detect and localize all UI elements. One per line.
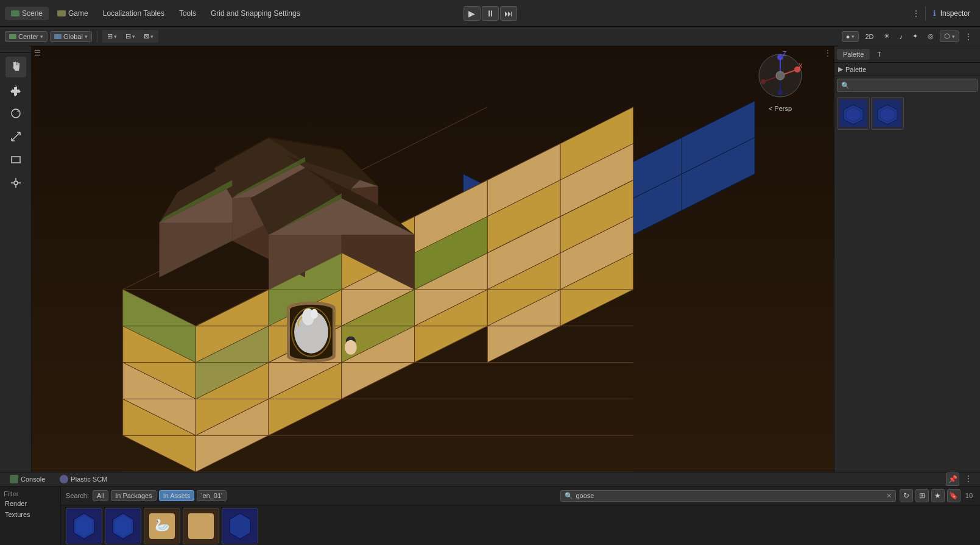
menu-dots[interactable]: ⋮ [909, 7, 923, 20]
bottom-panel: Console Plastic SCM 📌 ⋮ Filter Render Te… [0, 472, 980, 545]
tool-move[interactable] [5, 80, 26, 101]
asset-item-2[interactable] [105, 508, 141, 544]
bottom-filter-textures[interactable]: Textures [2, 510, 58, 519]
grid-snap-label: Grid and Snapping Settings [211, 9, 300, 18]
tool-hand[interactable] [5, 57, 26, 77]
search-filters-button[interactable]: ⊞ [915, 489, 929, 502]
scene-label: Scene [22, 9, 43, 18]
asset-item-4[interactable] [183, 508, 219, 544]
palette-item-2[interactable] [871, 97, 904, 130]
tab-localization[interactable]: Localization Tables [97, 7, 171, 20]
svg-text:Z: Z [783, 51, 786, 57]
rotate-icon [10, 107, 22, 119]
game-icon [57, 10, 66, 16]
asset-search-input[interactable] [576, 492, 886, 499]
bottom-panel-controls: 📌 ⋮ [946, 472, 975, 486]
refresh-button[interactable]: ↻ [900, 489, 913, 502]
pause-button[interactable]: ⏸ [482, 6, 499, 21]
tab-tools[interactable]: Tools [173, 7, 202, 20]
search-save-button[interactable]: ★ [931, 489, 945, 502]
tool-rect[interactable] [5, 149, 26, 170]
toolbar: Center ▾ Global ▾ ⊞ ▾ ⊟ ▾ ⊠ ▾ ● ▾ 2D ☀ ♪… [0, 27, 980, 46]
global-dropdown[interactable]: Global ▾ [50, 31, 92, 42]
asset-item-3[interactable]: 🦢 [144, 508, 180, 544]
left-sidebar [0, 46, 32, 472]
search-clear-icon[interactable]: ✕ [886, 492, 892, 500]
center-label: Center [18, 33, 38, 40]
search-bookmark-button[interactable]: 🔖 [947, 489, 961, 502]
bottom-main: Search: All In Packages In Assets 'en_01… [61, 486, 980, 545]
asset-item-1[interactable] [66, 508, 102, 544]
svg-point-104 [761, 79, 766, 84]
camera-toggle[interactable]: ◎ [924, 31, 937, 41]
render-icon: ⬡ [944, 32, 950, 40]
bottom-dots[interactable]: ⋮ [962, 472, 975, 486]
global-chevron-icon: ▾ [85, 34, 88, 40]
console-icon [10, 475, 18, 483]
plastic-scm-label: Plastic SCM [71, 476, 107, 483]
console-tab[interactable]: Console [5, 472, 50, 486]
center-dropdown[interactable]: Center ▾ [5, 31, 48, 42]
bottom-content: Filter Render Textures Search: All In Pa… [0, 486, 980, 545]
tab-scene[interactable]: Scene [5, 7, 49, 20]
tab-grid-snap[interactable]: Grid and Snapping Settings [205, 7, 306, 20]
console-label: Console [21, 476, 45, 483]
step-button[interactable]: ⏭ [500, 6, 517, 21]
asset-3-svg: 🦢 [144, 508, 180, 544]
global-label: Global [63, 33, 83, 40]
svg-text:🦢: 🦢 [155, 518, 170, 532]
tile-1-svg [840, 100, 867, 127]
bottom-filter-render[interactable]: Render [2, 499, 58, 508]
search-filters: All In Packages In Assets 'en_01' [93, 490, 227, 501]
palette-tab-main[interactable]: Palette [837, 49, 870, 60]
grid-toggle-1[interactable]: ⊞ ▾ [104, 31, 121, 41]
search-input-container: 🔍 ✕ [560, 490, 895, 502]
asset-item-5[interactable] [222, 508, 258, 544]
palette-item-1[interactable] [837, 97, 870, 130]
scene-canvas [32, 46, 834, 472]
filter-in-packages[interactable]: In Packages [111, 490, 157, 501]
scene-viewport[interactable]: Z X < Persp ☰ ⋮ [32, 46, 834, 472]
audio-icon: ♪ [900, 33, 903, 40]
audio-toggle[interactable]: ♪ [896, 32, 907, 41]
palette-tab-tilemap[interactable]: T [871, 49, 887, 60]
inspector-tab[interactable]: ℹ Inspector [928, 7, 975, 20]
svg-point-2 [14, 181, 18, 185]
tool-transform[interactable] [5, 173, 26, 193]
svg-point-99 [778, 90, 783, 95]
scene-dots[interactable]: ⋮ [962, 30, 975, 43]
plastic-scm-tab[interactable]: Plastic SCM [55, 472, 112, 486]
fx-toggle[interactable]: ✦ [909, 31, 922, 41]
palette-search-input[interactable] [851, 80, 973, 90]
tab-game[interactable]: Game [51, 7, 94, 20]
gizmo-container[interactable]: Z X < Persp [756, 51, 805, 106]
bottom-left-sidebar: Filter Render Textures [0, 486, 61, 545]
grid-toggle-3[interactable]: ⊠ ▾ [140, 31, 157, 41]
play-button[interactable]: ▶ [464, 6, 481, 21]
search-label: Search: [66, 492, 89, 499]
tool-rotate[interactable] [5, 103, 26, 124]
tile-2-svg [874, 100, 901, 127]
filter-in-assets[interactable]: In Assets [159, 490, 195, 501]
result-count: 10 [963, 491, 975, 500]
filter-all[interactable]: All [93, 490, 108, 501]
global-icon [54, 34, 62, 39]
scene-menu-dots[interactable]: ☰ [34, 49, 41, 57]
transform-icon [10, 177, 22, 189]
asset-5-svg [222, 508, 258, 544]
render-dropdown[interactable]: ⬡ ▾ [940, 30, 959, 42]
filter-locale[interactable]: 'en_01' [197, 490, 227, 501]
grid-toggle-2[interactable]: ⊟ ▾ [122, 31, 139, 41]
svg-rect-122 [188, 513, 214, 539]
lights-toggle[interactable]: ☀ [880, 31, 894, 41]
pin-button[interactable]: 📌 [946, 472, 959, 486]
tool-scale[interactable] [5, 126, 26, 147]
2d-toggle[interactable]: 2D [861, 32, 877, 41]
palette-search-icon: 🔍 [841, 82, 850, 90]
grid-chevron-1: ▾ [114, 34, 117, 40]
asset-1-svg [66, 508, 102, 544]
toolbar-right: ● ▾ 2D ☀ ♪ ✦ ◎ ⬡ ▾ ⋮ [842, 30, 975, 43]
palette-tabs: Palette T [834, 46, 980, 63]
camera-dropdown[interactable]: ● ▾ [842, 31, 859, 42]
scene-extra-dots[interactable]: ⋮ [824, 49, 831, 57]
